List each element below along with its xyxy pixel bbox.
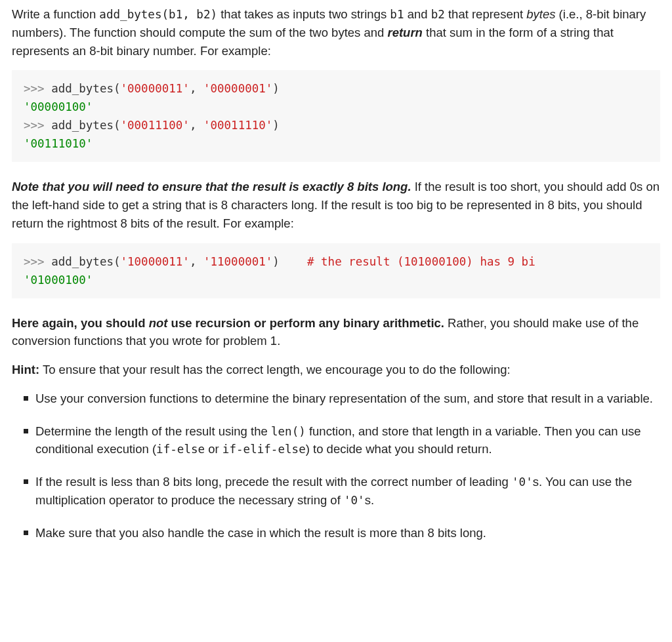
list-item: If the result is less than 8 bits long, … [12,473,660,510]
string-literal: '00000011' [121,82,190,95]
code-arg-b1: b1 [390,8,404,21]
code-zero: '0' [512,475,533,489]
func-call: add_bytes( [51,82,120,95]
close-paren: ) [272,82,280,95]
em-not: not [149,316,168,330]
output: '01000100' [24,273,93,287]
list-item: Determine the length of the result using… [12,422,660,459]
text: ) to decide what you should return. [306,442,492,456]
hint-label: Hint: [12,363,39,376]
close-paren: ) [272,119,280,132]
text: that takes as inputs two strings [217,7,390,21]
code-ifelse: if-else [156,443,205,456]
string-literal: '00011110' [203,119,272,132]
intro-paragraph: Write a function add_bytes(b1, b2) that … [12,5,660,60]
text: s. [365,493,374,507]
code-len: len() [271,425,306,438]
constraint-paragraph: Here again, you should not use recursion… [12,314,660,351]
note-paragraph: Note that you will need to ensure that t… [12,178,660,232]
comma: , [190,82,203,95]
text: use recursion or perform any binary arit… [167,316,444,330]
repl-prompt: >>> [24,119,51,132]
text: Determine the length of the result using… [35,424,271,438]
list-item: Make sure that you also handle the case … [12,524,660,542]
code-zero: '0' [344,494,365,507]
text: Write a function [12,7,99,21]
example-code-1: >>> add_bytes('00000011', '00000001') '0… [12,70,660,162]
list-item: Use your conversion functions to determi… [12,390,660,408]
text: To ensure that your result has the corre… [39,363,510,376]
code-ifelifelse: if-elif-else [222,443,306,456]
comma: , [190,119,203,132]
text: and [404,7,431,21]
text: or [205,442,222,456]
text: Here again, you should [12,316,149,330]
code-arg-b2: b2 [431,8,445,21]
string-literal: '00000001' [203,82,272,95]
hint-list: Use your conversion functions to determi… [12,390,660,542]
repl-prompt: >>> [24,82,51,95]
note-emphasis: Note that you will need to ensure that t… [12,180,411,193]
close-paren: ) [272,255,307,268]
em-bytes: bytes [526,7,555,21]
repl-prompt: >>> [24,255,51,268]
document: Write a function add_bytes(b1, b2) that … [0,0,672,569]
comment: # the result (101000100) has 9 bi [307,255,536,268]
output: '00000100' [24,100,93,113]
example-code-2: >>> add_bytes('10000011', '11000001') # … [12,243,660,298]
text: that represent [445,7,526,21]
func-call: add_bytes( [51,119,120,132]
string-literal: '10000011' [121,255,190,268]
string-literal: '11000001' [203,255,272,268]
output: '00111010' [24,137,93,150]
string-literal: '00011100' [121,119,190,132]
text: If the result is less than 8 bits long, … [35,475,512,489]
func-call: add_bytes( [51,255,120,268]
comma: , [190,255,203,268]
hint-paragraph: Hint: To ensure that your result has the… [12,361,660,379]
em-return: return [387,26,422,39]
code-func-sig: add_bytes(b1, b2) [99,8,217,21]
